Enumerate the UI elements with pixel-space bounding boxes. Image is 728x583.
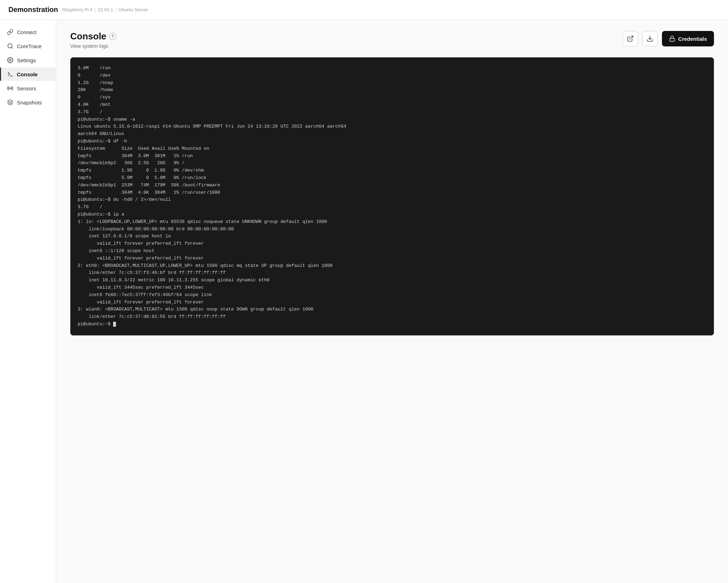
header-meta: Raspberry Pi 4 | 22.04.1 | Ubuntu Server <box>62 7 148 12</box>
sidebar-label-settings: Settings <box>17 57 36 63</box>
search-icon <box>7 43 13 49</box>
open-button[interactable] <box>623 31 638 46</box>
sidebar-label-coretrace: CoreTrace <box>17 43 41 49</box>
sidebar-item-settings[interactable]: Settings <box>0 53 56 67</box>
meta-item-2: Ubuntu Server <box>118 7 148 12</box>
layers-icon <box>7 99 13 105</box>
svg-marker-4 <box>8 100 13 103</box>
credentials-label: Credentials <box>678 36 707 42</box>
app-header: Demonstration Raspberry Pi 4 | 22.04.1 |… <box>0 0 728 20</box>
sidebar-label-sensors: Sensors <box>17 85 36 91</box>
svg-point-1 <box>9 59 11 61</box>
terminal-cursor <box>113 322 116 327</box>
link-icon <box>7 29 13 35</box>
sidebar-item-connect[interactable]: Connect <box>0 25 56 39</box>
sidebar-label-connect: Connect <box>17 29 37 35</box>
svg-point-3 <box>10 88 11 89</box>
lock-icon <box>669 36 675 42</box>
sidebar-item-console[interactable]: Console <box>0 68 56 81</box>
settings-icon <box>7 57 13 63</box>
meta-item-1: 22.04.1 <box>98 7 113 12</box>
sidebar-label-console: Console <box>17 71 38 77</box>
header-actions: Credentials <box>623 31 714 46</box>
credentials-button[interactable]: Credentials <box>662 31 714 46</box>
page-title-group: Console ? View system logs <box>70 31 116 49</box>
svg-rect-7 <box>670 38 675 41</box>
page-title-text: Console <box>70 31 106 42</box>
download-button[interactable] <box>642 31 658 46</box>
terminal[interactable]: 3.0M /run 0 /dev 1.2G /snap 28K /home 0 … <box>70 57 714 335</box>
app-title: Demonstration <box>8 6 58 14</box>
terminal-icon <box>7 71 13 77</box>
download-icon <box>646 35 654 42</box>
sidebar-label-snapshots: Snapshots <box>17 100 42 105</box>
radio-icon <box>7 85 13 91</box>
sidebar-item-snapshots[interactable]: Snapshots <box>0 96 56 109</box>
sidebar: Connect CoreTrace Settings Console Senso <box>0 20 56 583</box>
sidebar-item-sensors[interactable]: Sensors <box>0 82 56 95</box>
main-layout: Connect CoreTrace Settings Console Senso <box>0 20 728 583</box>
page-title: Console ? <box>70 31 116 42</box>
meta-item-0: Raspberry Pi 4 <box>62 7 92 12</box>
svg-line-5 <box>630 36 633 39</box>
sidebar-item-coretrace[interactable]: CoreTrace <box>0 39 56 53</box>
page-header: Console ? View system logs <box>70 31 714 49</box>
help-icon[interactable]: ? <box>109 33 116 40</box>
external-link-icon <box>627 35 634 42</box>
page-subtitle: View system logs <box>70 43 116 49</box>
terminal-content: 3.0M /run 0 /dev 1.2G /snap 28K /home 0 … <box>78 65 346 327</box>
main-content: Console ? View system logs <box>56 20 728 583</box>
